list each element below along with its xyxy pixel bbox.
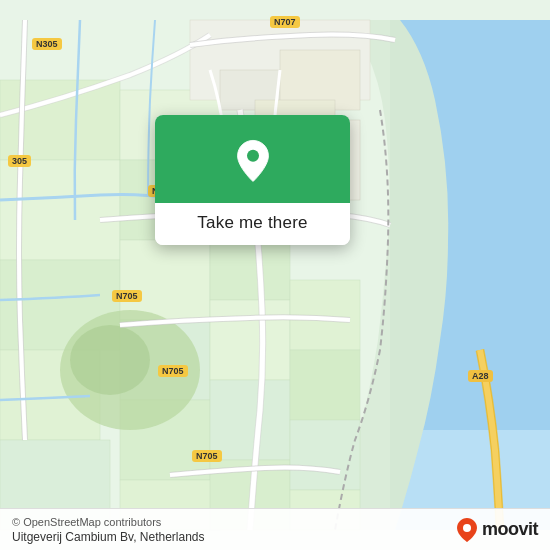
road-label-n705-road: N705 [192,450,222,462]
road-label-n305-top: N305 [32,38,62,50]
svg-point-27 [70,325,150,395]
bottom-bar: © OpenStreetMap contributors Uitgeverij … [0,508,550,550]
road-label-n705-lower: N705 [112,290,142,302]
popup-button-section: Take me there [155,203,350,245]
popup-card: Take me there [155,115,350,245]
map-background [0,0,550,550]
moovit-pin-icon [456,516,478,544]
svg-rect-19 [290,420,360,490]
svg-point-29 [463,524,471,532]
svg-rect-9 [120,240,210,320]
popup-green-section [155,115,350,203]
svg-rect-14 [210,300,290,380]
svg-rect-18 [290,350,360,420]
moovit-logo: moovit [456,516,538,544]
take-me-there-button[interactable]: Take me there [197,213,307,233]
road-label-a28: A28 [468,370,493,382]
road-label-305-left: 305 [8,155,31,167]
map-container: N707 N305 305 N705 N705 N705 A28 N705 Ta… [0,0,550,550]
location-pin-icon [229,137,277,185]
osm-credit: © OpenStreetMap contributors [12,516,205,528]
moovit-brand-text: moovit [482,519,538,540]
road-label-n707: N707 [270,16,300,28]
road-label-n705-bottom: N705 [158,365,188,377]
svg-point-28 [247,150,259,162]
place-name: Uitgeverij Cambium Bv, Netherlands [12,530,205,544]
svg-rect-15 [210,380,290,460]
